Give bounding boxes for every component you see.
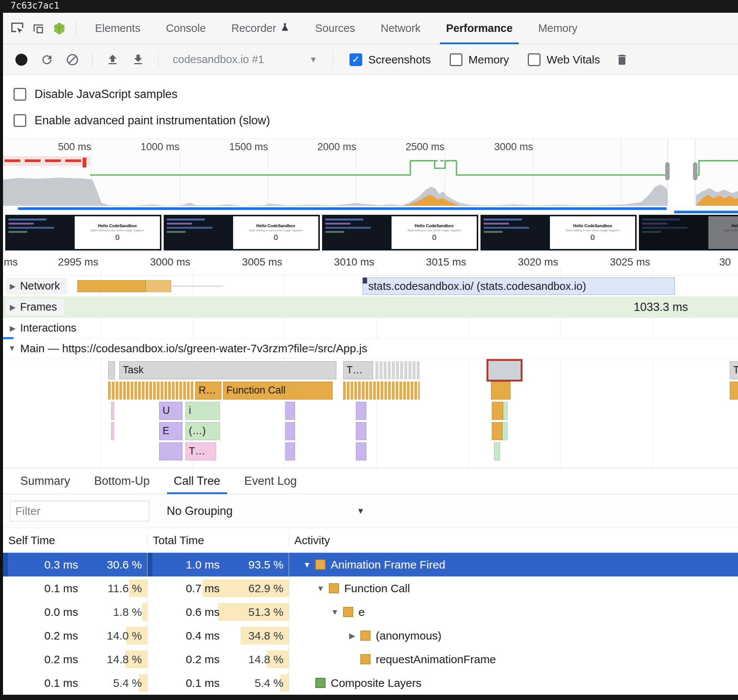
network-request-bar[interactable] bbox=[77, 280, 146, 292]
element-bar[interactable]: E bbox=[159, 422, 182, 440]
column-header-activity[interactable]: Activity bbox=[289, 534, 738, 547]
node-hexagon-icon[interactable] bbox=[49, 18, 70, 39]
overview-chart bbox=[3, 139, 738, 214]
script-child-bar[interactable]: i bbox=[185, 402, 220, 420]
tab-performance[interactable]: Performance bbox=[433, 13, 525, 44]
reload-and-record-button[interactable] bbox=[35, 48, 59, 71]
render-bar[interactable] bbox=[159, 442, 182, 460]
tab-call-tree[interactable]: Call Tree bbox=[162, 468, 232, 494]
column-header-total-time[interactable]: Total Time bbox=[148, 534, 289, 547]
devtools-window: Elements Console Recorder Sources Networ… bbox=[3, 13, 738, 695]
table-row[interactable]: 0.1 ms 5.4 % 0.1 ms 5.4 % Composite Laye… bbox=[3, 671, 738, 695]
tab-sources[interactable]: Sources bbox=[303, 13, 368, 44]
table-row[interactable]: 0.1 ms 11.6 % 0.7 ms 62.9 % ▼ Function C… bbox=[3, 576, 738, 600]
selection-handle-left[interactable] bbox=[665, 162, 670, 180]
timer-bar[interactable]: T… bbox=[185, 442, 216, 460]
device-toolbar-icon[interactable] bbox=[28, 18, 49, 39]
trash-icon[interactable] bbox=[610, 48, 634, 71]
script-bar[interactable] bbox=[491, 382, 511, 400]
script-bar[interactable] bbox=[492, 402, 503, 420]
self-time-value: 0.2 ms bbox=[22, 653, 78, 666]
chevron-down-icon: ▼ bbox=[309, 55, 317, 65]
expand-arrow[interactable]: ▼ bbox=[299, 560, 315, 569]
flame-chart[interactable]: Task T… T R… Function Call U i E (…) bbox=[3, 358, 738, 468]
script-child-bar[interactable] bbox=[494, 442, 500, 460]
timeline-overview[interactable]: 500 ms 1000 ms 1500 ms 2000 ms 2500 ms 3… bbox=[3, 139, 738, 214]
total-time-cell: 1.0 ms 93.5 % bbox=[148, 553, 289, 576]
task-bars-dense[interactable] bbox=[375, 361, 420, 379]
expand-arrow[interactable]: ▶ bbox=[344, 631, 360, 640]
save-profile-icon[interactable] bbox=[127, 48, 150, 71]
memory-checkbox[interactable]: Memory bbox=[441, 53, 517, 66]
clear-button[interactable] bbox=[61, 48, 84, 71]
render-bar[interactable] bbox=[285, 402, 295, 420]
expand-arrow[interactable]: ▼ bbox=[327, 608, 343, 617]
tab-event-log[interactable]: Event Log bbox=[232, 468, 309, 494]
network-track-toggle[interactable]: ▶ Network bbox=[6, 278, 67, 294]
grouping-select[interactable]: No Grouping ▼ bbox=[167, 504, 365, 518]
render-bar[interactable] bbox=[356, 442, 366, 460]
script-bars-dense[interactable] bbox=[108, 382, 194, 400]
expand-arrow[interactable]: ▼ bbox=[312, 584, 329, 593]
tab-bottom-up[interactable]: Bottom-Up bbox=[82, 468, 162, 494]
render-bar[interactable] bbox=[356, 402, 366, 420]
bottom-scrollbar-strip[interactable] bbox=[0, 695, 738, 700]
track-frames: ▶ Frames 1033.3 ms bbox=[3, 297, 738, 318]
task-bar[interactable]: Task bbox=[119, 361, 336, 379]
event-bar[interactable] bbox=[111, 422, 114, 440]
tab-elements[interactable]: Elements bbox=[82, 13, 153, 44]
filmstrip-thumbnail[interactable]: Hello CodeSandbox Start editing to see s… bbox=[480, 215, 637, 250]
tab-network[interactable]: Network bbox=[368, 13, 433, 44]
interactions-track-toggle[interactable]: ▶ Interactions bbox=[6, 320, 83, 336]
script-child-bar[interactable] bbox=[503, 402, 508, 420]
render-bar[interactable] bbox=[285, 442, 295, 460]
tab-summary[interactable]: Summary bbox=[8, 468, 82, 494]
table-row[interactable]: 0.2 ms 14.8 % 0.2 ms 14.8 % requestAnima… bbox=[3, 647, 738, 671]
anonymous-bar[interactable]: (…) bbox=[185, 422, 220, 440]
disable-js-samples-checkbox[interactable]: Disable JavaScript samples bbox=[14, 81, 738, 107]
selected-task-outline[interactable] bbox=[486, 359, 523, 382]
filmstrip-thumbnail[interactable]: Hello CodeSandbox Start editing to see s… bbox=[639, 215, 738, 250]
filmstrip-thumbnail[interactable]: Hello CodeSandbox Start editing to see s… bbox=[164, 215, 320, 250]
tab-memory[interactable]: Memory bbox=[526, 13, 590, 44]
task-bar[interactable] bbox=[108, 361, 115, 379]
target-selector[interactable]: codesandbox.io #1 ▼ bbox=[167, 53, 324, 66]
thumbnail-counter: 0 bbox=[432, 233, 436, 242]
function-call-bar[interactable]: Function Call bbox=[223, 382, 333, 400]
script-bar[interactable] bbox=[730, 382, 738, 400]
table-row[interactable]: 0.2 ms 14.0 % 0.4 ms 34.8 % ▶ (anonymous… bbox=[3, 624, 738, 647]
load-profile-icon[interactable] bbox=[101, 48, 124, 71]
selection-handle-right[interactable] bbox=[693, 162, 697, 180]
screenshots-checkbox[interactable]: ✓ Screenshots bbox=[341, 53, 439, 66]
script-bars-dense[interactable] bbox=[343, 382, 420, 400]
filmstrip-thumbnail[interactable]: Hello CodeSandbox Start editing to see s… bbox=[322, 215, 478, 250]
frames-track-toggle[interactable]: ▶ Frames bbox=[6, 299, 64, 315]
tab-label: Elements bbox=[95, 22, 140, 35]
inspect-element-icon[interactable] bbox=[7, 18, 28, 39]
filmstrip-thumbnail[interactable]: Hello CodeSandbox Start editing to see s… bbox=[5, 215, 161, 250]
detail-ruler[interactable]: ms 2995 ms 3000 ms 3005 ms 3010 ms 3015 … bbox=[3, 252, 738, 276]
track-main-header[interactable]: ▼ Main — https://codesandbox.io/s/green-… bbox=[3, 339, 738, 358]
task-bar[interactable]: T bbox=[730, 361, 738, 379]
web-vitals-checkbox[interactable]: Web Vitals bbox=[520, 53, 608, 66]
advanced-paint-checkbox[interactable]: Enable advanced paint instrumentation (s… bbox=[14, 107, 738, 134]
overview-selection-window[interactable] bbox=[667, 139, 695, 206]
event-bar[interactable] bbox=[111, 402, 114, 420]
table-row[interactable]: 0.0 ms 1.8 % 0.6 ms 51.3 % ▼ e bbox=[3, 600, 738, 624]
update-layer-tree-bar[interactable]: U bbox=[159, 402, 182, 420]
filter-input[interactable] bbox=[10, 501, 149, 521]
network-request-bar[interactable] bbox=[146, 280, 171, 292]
table-row[interactable]: 0.3 ms 30.6 % 1.0 ms 93.5 % ▼ Animation … bbox=[3, 553, 738, 576]
script-bar[interactable] bbox=[492, 422, 502, 440]
task-bar[interactable]: T… bbox=[343, 361, 373, 379]
render-bar[interactable] bbox=[285, 422, 295, 440]
script-bar[interactable]: R… bbox=[195, 382, 221, 400]
column-header-self-time[interactable]: Self Time bbox=[3, 534, 148, 547]
render-bar[interactable] bbox=[356, 422, 366, 440]
thumbnail-counter: 0 bbox=[274, 233, 278, 242]
tab-recorder[interactable]: Recorder bbox=[218, 13, 302, 44]
script-child-bar[interactable] bbox=[502, 422, 508, 440]
tab-console[interactable]: Console bbox=[153, 13, 218, 44]
record-button[interactable] bbox=[10, 48, 33, 71]
self-time-cell: 0.3 ms 30.6 % bbox=[3, 553, 148, 576]
